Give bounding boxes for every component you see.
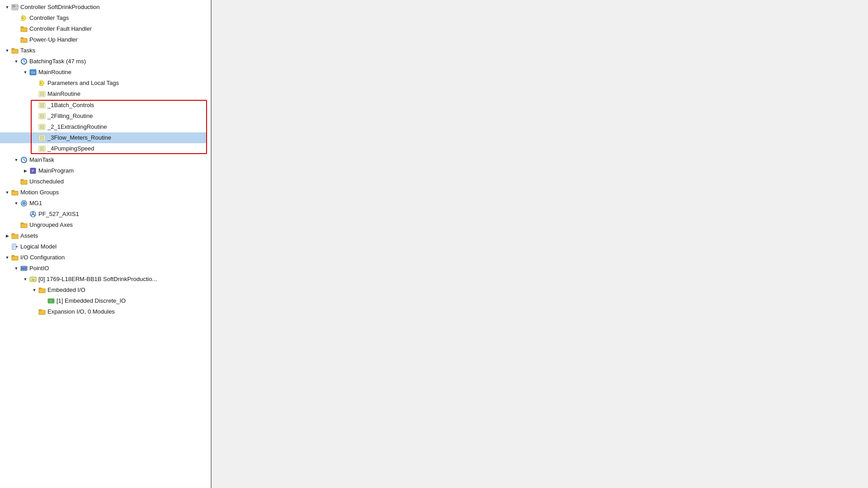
tree-item-main-routine[interactable]: fn MainRoutine bbox=[0, 67, 211, 78]
label-motion-groups: Motion Groups bbox=[20, 187, 211, 198]
expander-main-routine[interactable] bbox=[22, 69, 29, 76]
expander-embedded-io[interactable] bbox=[31, 286, 38, 294]
tree-item-ungrouped-axes[interactable]: Ungrouped Axes bbox=[0, 220, 211, 230]
label-controller: Controller SoftDrinkProduction bbox=[20, 2, 211, 13]
label-tasks: Tasks bbox=[20, 45, 211, 56]
label-power-up: Power-Up Handler bbox=[29, 34, 211, 45]
expander-main-program[interactable] bbox=[22, 167, 29, 174]
label-pf527: PF_527_AXIS1 bbox=[38, 209, 211, 220]
tree-item-main-task[interactable]: MainTask bbox=[0, 155, 211, 165]
tree-item-embedded-io[interactable]: Embedded I/O bbox=[0, 285, 211, 296]
tree-item-controller-tags[interactable]: Controller Tags bbox=[0, 13, 211, 23]
expander-batch-controls bbox=[31, 102, 38, 109]
expander-mg1[interactable] bbox=[13, 200, 20, 207]
icon-assets bbox=[11, 232, 19, 240]
tree-item-pf527[interactable]: PF_527_AXIS1 bbox=[0, 209, 211, 220]
label-batching-task: BatchingTask (47 ms) bbox=[29, 56, 211, 67]
tree-item-motion-groups[interactable]: Motion Groups bbox=[0, 187, 211, 198]
svg-rect-1 bbox=[13, 5, 15, 7]
icon-embedded-io bbox=[38, 286, 46, 294]
tree-item-main-program[interactable]: P MainProgram bbox=[0, 165, 211, 176]
tree-item-logical-model[interactable]: Logical Model bbox=[0, 241, 211, 252]
tree-item-controller-fault[interactable]: Controller Fault Handler bbox=[0, 23, 211, 34]
expander-controller[interactable] bbox=[4, 4, 11, 11]
svg-rect-65 bbox=[25, 267, 26, 270]
expander-point-io[interactable] bbox=[13, 265, 20, 272]
tree-item-batch-controls[interactable]: _1Batch_Controls bbox=[0, 100, 207, 111]
label-assets: Assets bbox=[20, 230, 211, 241]
icon-main-program: P bbox=[29, 167, 37, 175]
tree-item-pumping-speed[interactable]: _4PumpingSpeed bbox=[0, 143, 207, 154]
label-pumping-speed: _4PumpingSpeed bbox=[47, 143, 207, 154]
tree-item-filling-routine[interactable]: _2Filling_Routine bbox=[0, 111, 207, 122]
tree-item-power-up[interactable]: Power-Up Handler bbox=[0, 34, 211, 45]
svg-rect-2 bbox=[15, 6, 16, 7]
tree-item-batching-task[interactable]: BatchingTask (47 ms) bbox=[0, 56, 211, 67]
tree-item-unscheduled[interactable]: Unscheduled bbox=[0, 176, 211, 187]
label-point-io: PointIO bbox=[29, 263, 211, 274]
icon-main-routine: fn bbox=[29, 68, 37, 76]
expander-filling-routine bbox=[31, 113, 38, 120]
label-extracting-routine: _2_1ExtractingRoutine bbox=[47, 122, 207, 132]
svg-text:fn: fn bbox=[31, 71, 35, 75]
icon-pf527 bbox=[29, 210, 37, 218]
label-logical-model: Logical Model bbox=[20, 241, 211, 252]
svg-point-5 bbox=[22, 18, 24, 19]
label-main-program: MainProgram bbox=[38, 165, 211, 176]
label-embedded-discrete: [1] Embedded Discrete_IO bbox=[57, 296, 211, 306]
label-io-config: I/O Configuration bbox=[20, 252, 211, 263]
tree-item-embedded-discrete[interactable]: DI [1] Embedded Discrete_IO bbox=[0, 296, 211, 306]
tree-item-params-local[interactable]: Parameters and Local Tags bbox=[0, 78, 211, 89]
icon-tasks bbox=[11, 47, 19, 55]
label-main-task: MainTask bbox=[29, 155, 211, 165]
expander-pf527 bbox=[22, 211, 29, 218]
label-unscheduled: Unscheduled bbox=[29, 176, 211, 187]
label-ungrouped-axes: Ungrouped Axes bbox=[29, 220, 211, 230]
tree-item-point-io[interactable]: PointIO bbox=[0, 263, 211, 274]
icon-pumping-speed bbox=[38, 145, 46, 153]
svg-point-11 bbox=[40, 83, 42, 84]
expander-ungrouped-axes bbox=[13, 221, 20, 229]
tree-item-assets[interactable]: Assets bbox=[0, 230, 211, 241]
icon-unscheduled bbox=[20, 178, 28, 186]
label-filling-routine: _2Filling_Routine bbox=[47, 111, 207, 122]
tree-item-mg1[interactable]: MG1 bbox=[0, 198, 211, 209]
tree-item-io-config[interactable]: I/O Configuration bbox=[0, 252, 211, 263]
tree-item-l18erm[interactable]: IO [0] 1769-L18ERM-BB1B SoftDrinkProduct… bbox=[0, 274, 211, 285]
icon-point-io bbox=[20, 264, 28, 272]
expander-assets[interactable] bbox=[4, 232, 11, 239]
label-expansion-io: Expansion I/O, 0 Modules bbox=[47, 306, 211, 317]
icon-io-config bbox=[11, 253, 19, 262]
expander-tasks[interactable] bbox=[4, 47, 11, 54]
expander-expansion-io bbox=[31, 308, 38, 315]
expander-io-config[interactable] bbox=[4, 254, 11, 261]
expander-batching-task[interactable] bbox=[13, 58, 20, 65]
label-params-local: Parameters and Local Tags bbox=[47, 78, 211, 89]
svg-text:P: P bbox=[32, 169, 34, 173]
label-controller-tags: Controller Tags bbox=[29, 13, 211, 23]
expander-unscheduled bbox=[13, 178, 20, 185]
expander-extracting-routine bbox=[31, 123, 38, 131]
tree-item-tasks[interactable]: Tasks bbox=[0, 45, 211, 56]
expander-main-task[interactable] bbox=[13, 156, 20, 164]
icon-expansion-io bbox=[38, 308, 46, 316]
icon-embedded-discrete: DI bbox=[47, 297, 55, 305]
tree-item-flow-meters-routine[interactable]: _3Flow_Meters_Routine bbox=[0, 132, 207, 143]
label-batch-controls: _1Batch_Controls bbox=[47, 100, 207, 111]
label-main-routine: MainRoutine bbox=[38, 67, 211, 78]
expander-motion-groups[interactable] bbox=[4, 189, 11, 196]
icon-ungrouped-axes bbox=[20, 221, 28, 229]
tree-item-controller[interactable]: Controller SoftDrinkProduction bbox=[0, 2, 211, 13]
expander-power-up bbox=[13, 36, 20, 43]
icon-extracting-routine bbox=[38, 123, 46, 131]
label-controller-fault: Controller Fault Handler bbox=[29, 23, 211, 34]
icon-mg1 bbox=[20, 199, 28, 207]
expander-l18erm[interactable] bbox=[22, 276, 29, 283]
icon-controller bbox=[11, 3, 19, 11]
icon-filling-routine bbox=[38, 112, 46, 120]
tree-item-extracting-routine[interactable]: _2_1ExtractingRoutine bbox=[0, 122, 207, 132]
tree-item-expansion-io[interactable]: Expansion I/O, 0 Modules bbox=[0, 306, 211, 317]
tree-panel[interactable]: Controller SoftDrinkProduction Controlle… bbox=[0, 0, 212, 488]
tree-item-main-routine-ladder[interactable]: MainRoutine bbox=[0, 89, 211, 99]
expander-controller-tags bbox=[13, 14, 20, 22]
